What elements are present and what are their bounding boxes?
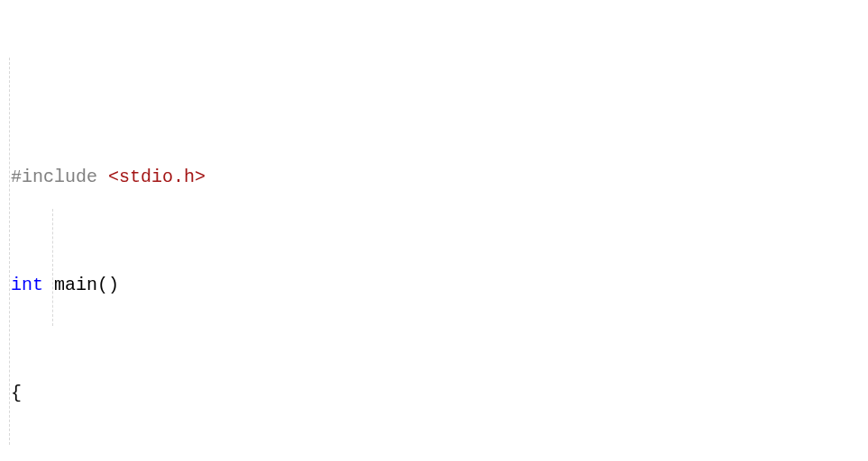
function-main: main — [54, 275, 97, 295]
paren-close: ) — [108, 275, 119, 295]
preproc-directive: #include — [11, 167, 97, 187]
indent-guide — [9, 58, 10, 445]
include-angle-open: < — [108, 167, 119, 187]
code-line: int main() — [11, 272, 868, 299]
code-editor[interactable]: #include <stdio.h> int main() { int i = … — [0, 0, 868, 461]
keyword-int: int — [11, 275, 43, 295]
include-header: stdio.h — [119, 167, 195, 187]
indent-guide — [52, 209, 53, 326]
paren-open: ( — [97, 275, 108, 295]
code-line: { — [11, 380, 868, 407]
code-line: #include <stdio.h> — [11, 164, 868, 191]
brace-open: { — [11, 383, 22, 403]
include-angle-close: > — [195, 167, 206, 187]
